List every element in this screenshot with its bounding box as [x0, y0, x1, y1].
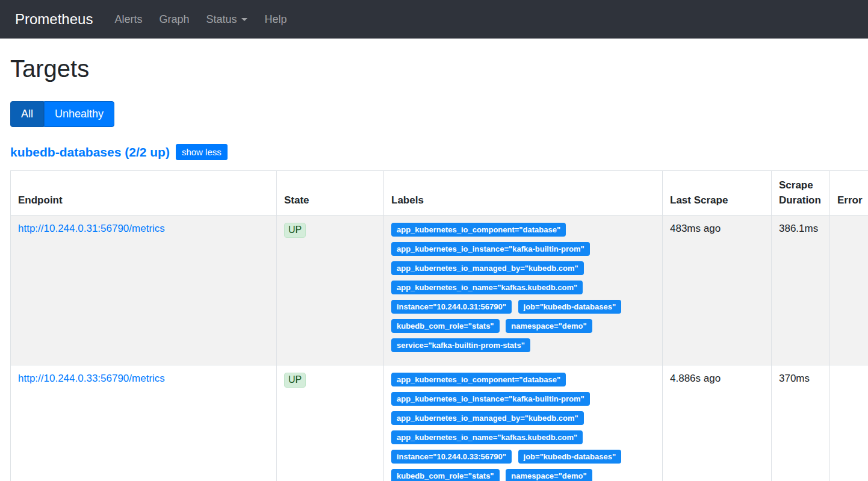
last-scrape-value: 483ms ago: [663, 216, 772, 365]
nav-links: Alerts Graph Status Help: [106, 8, 295, 31]
error-value: [830, 365, 868, 481]
col-header-scrape-duration: Scrape Duration: [772, 171, 830, 216]
scrape-duration-value: 370ms: [772, 365, 830, 481]
endpoint-link[interactable]: http://10.244.0.31:56790/metrics: [18, 223, 165, 234]
job-header: kubedb-databases (2/2 up) show less: [10, 144, 868, 160]
col-header-state: State: [277, 171, 384, 216]
nav-item-status[interactable]: Status: [197, 8, 256, 31]
nav-item-graph[interactable]: Graph: [150, 8, 197, 31]
show-less-button[interactable]: show less: [176, 144, 228, 160]
labels-cell: app_kubernetes_io_component="database" a…: [384, 365, 663, 481]
chevron-down-icon: [241, 18, 247, 21]
label-chip: app_kubernetes_io_managed_by="kubedb.com…: [391, 261, 584, 275]
nav-item-alerts[interactable]: Alerts: [106, 8, 150, 31]
label-chip: app_kubernetes_io_name="kafkas.kubedb.co…: [391, 281, 583, 294]
state-badge: UP: [284, 223, 306, 238]
filter-unhealthy-button[interactable]: Unhealthy: [44, 101, 114, 127]
label-chip: job="kubedb-databases": [518, 450, 622, 464]
col-header-error: Error: [830, 171, 868, 216]
label-chip: namespace="demo": [506, 319, 592, 333]
label-chip: app_kubernetes_io_instance="kafka-builti…: [391, 392, 590, 406]
scrape-duration-value: 386.1ms: [772, 216, 830, 365]
label-chip: instance="10.244.0.33:56790": [391, 450, 512, 464]
error-value: [830, 216, 868, 365]
col-header-endpoint: Endpoint: [11, 171, 277, 216]
col-header-last-scrape: Last Scrape: [663, 171, 772, 216]
brand-link[interactable]: Prometheus: [15, 11, 93, 28]
job-heading-link[interactable]: kubedb-databases (2/2 up): [10, 145, 170, 160]
filter-all-button[interactable]: All: [10, 101, 44, 127]
labels-cell: app_kubernetes_io_component="database" a…: [384, 216, 663, 365]
health-filter-group: All Unhealthy: [10, 101, 114, 127]
label-chip: job="kubedb-databases": [518, 300, 622, 314]
table-row: http://10.244.0.33:56790/metrics UP app_…: [11, 365, 868, 481]
label-chip: kubedb_com_role="stats": [391, 469, 500, 481]
label-chip: instance="10.244.0.31:56790": [391, 300, 512, 314]
label-chip: app_kubernetes_io_managed_by="kubedb.com…: [391, 411, 584, 425]
label-chip: service="kafka-builtin-prom-stats": [391, 338, 530, 352]
label-chip: app_kubernetes_io_name="kafkas.kubedb.co…: [391, 430, 583, 444]
label-chip: app_kubernetes_io_instance="kafka-builti…: [391, 242, 590, 256]
label-chip: app_kubernetes_io_component="database": [391, 223, 566, 237]
endpoint-link[interactable]: http://10.244.0.33:56790/metrics: [18, 373, 165, 384]
page-content: Targets All Unhealthy kubedb-databases (…: [0, 54, 868, 481]
navbar: Prometheus Alerts Graph Status Help: [0, 0, 868, 39]
page-title: Targets: [10, 54, 868, 83]
label-chip: app_kubernetes_io_component="database": [391, 373, 566, 386]
col-header-labels: Labels: [384, 171, 663, 216]
last-scrape-value: 4.886s ago: [663, 365, 772, 481]
label-chip: namespace="demo": [506, 469, 592, 481]
state-badge: UP: [284, 373, 306, 388]
targets-table: Endpoint State Labels Last Scrape Scrape…: [10, 170, 868, 481]
table-row: http://10.244.0.31:56790/metrics UP app_…: [11, 216, 868, 365]
nav-item-help[interactable]: Help: [256, 8, 295, 31]
table-header-row: Endpoint State Labels Last Scrape Scrape…: [11, 171, 868, 216]
label-chip: kubedb_com_role="stats": [391, 319, 500, 333]
nav-item-status-label: Status: [206, 13, 237, 26]
